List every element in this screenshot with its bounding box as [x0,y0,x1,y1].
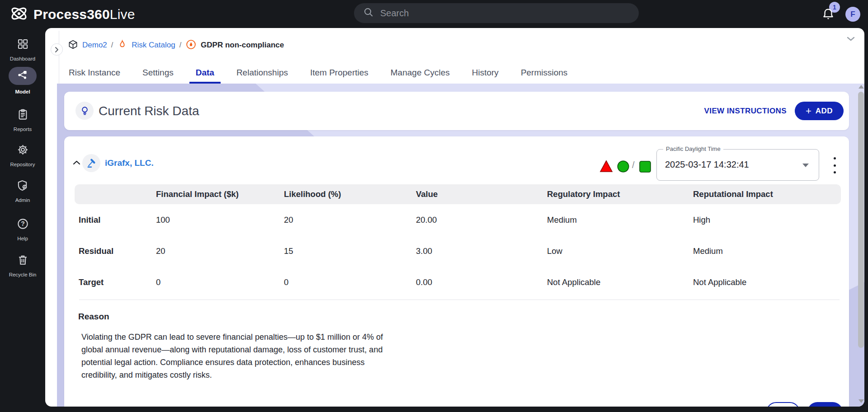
scrollbar-thumb[interactable] [858,92,864,348]
breadcrumb: Demo2 / Risk Catalog / GDPR non-complian… [68,38,284,52]
search-placeholder: Search [380,8,409,19]
primary-action-button[interactable] [807,402,843,407]
admin-shield-icon [17,179,29,193]
sidebar-item-dashboard[interactable]: Dashboard [0,38,45,61]
active-pill [9,67,37,85]
dashboard-icon [17,38,29,52]
main-panel: Demo2 / Risk Catalog / GDPR non-complian… [45,28,864,407]
table-row-target: Target 0 0 0.00 Not Applicable Not Appli… [75,267,841,298]
tab-bar: Risk Instance Settings Data Relationship… [62,63,574,84]
sidebar-item-recycle-bin[interactable]: Recycle Bin [0,254,45,277]
current-risk-data-header-card: Current Risk Data VIEW INSTRUCTIONS + AD… [64,92,849,130]
plus-icon: + [806,106,811,116]
tab-risk-instance[interactable]: Risk Instance [62,63,127,84]
breadcrumb-separator: / [179,41,181,49]
table-row-initial: Initial 100 20 20.00 Medium High [75,204,841,235]
recycle-bin-icon [17,254,29,268]
flame-circle-icon [185,39,197,52]
tab-data[interactable]: Data [189,63,221,84]
user-avatar[interactable]: F [845,7,860,22]
col-regulatory-impact: Regulatory Impact [547,189,693,199]
sidebar-nav: Dashboard Model Reports [0,28,45,412]
secondary-action-button[interactable] [766,402,800,407]
timezone-label: Pacific Daylight Time [663,145,723,152]
status-separator: / [632,160,635,170]
sidebar-item-help[interactable]: ? Help [0,218,45,241]
tab-permissions[interactable]: Permissions [514,63,574,84]
company-link[interactable]: iGrafx, LLC. [105,158,154,168]
status-triangle-red-icon [599,160,613,174]
tab-manage-cycles[interactable]: Manage Cycles [384,63,456,84]
more-options-button[interactable] [832,157,837,173]
risk-data-card: iGrafx, LLC. / Pacific Daylight Time 202… [64,136,849,407]
panel-divider [59,31,59,84]
model-icon [17,69,28,83]
repository-gear-icon [17,144,29,158]
scroll-up-arrow[interactable] [859,85,864,89]
tab-relationships[interactable]: Relationships [230,63,294,84]
scroll-down-arrow[interactable] [859,399,864,403]
reason-text: Violating the GDPR can lead to severe fi… [81,331,396,381]
sidebar-item-repository[interactable]: Repository [0,144,45,167]
status-circle-green-icon [617,160,630,175]
section-divider [79,300,840,300]
help-icon: ? [17,218,29,232]
lightbulb-icon [75,102,94,120]
search-icon [363,7,374,19]
col-reputational-impact: Reputational Impact [693,189,841,199]
collapse-section-icon[interactable] [72,159,81,167]
logo-text: Process360Live [33,7,135,22]
expand-panel-button[interactable] [51,43,63,56]
app-logo[interactable]: Process360Live [9,4,135,25]
timestamp-value: 2025-03-17 14:32:41 [665,159,749,170]
notifications-button[interactable]: 1 [817,1,844,26]
company-gavel-icon [82,154,100,172]
tab-item-properties[interactable]: Item Properties [304,63,375,84]
top-bar: Process360Live Search 1 F [0,0,868,28]
col-value: Value [416,189,547,199]
tab-history[interactable]: History [466,63,505,84]
select-caret-icon [802,164,809,167]
cube-icon [68,39,78,52]
search-input[interactable]: Search [354,3,639,23]
status-square-green-icon [639,160,651,175]
breadcrumb-separator: / [111,41,113,49]
table-row-residual: Residual 20 15 3.00 Low Medium [75,235,841,267]
sidebar-item-admin[interactable]: Admin [0,179,45,203]
reason-label: Reason [78,312,109,322]
timestamp-select[interactable]: Pacific Daylight Time 2025-03-17 14:32:4… [656,149,819,181]
bell-icon [821,7,835,23]
view-instructions-button[interactable]: VIEW INSTRUCTIONS [704,107,787,116]
breadcrumb-link-risk-catalog[interactable]: Risk Catalog [132,41,175,50]
breadcrumb-link-demo2[interactable]: Demo2 [82,41,107,50]
chevron-down-icon[interactable] [846,35,855,43]
flame-icon [117,39,127,52]
col-financial-impact: Financial Impact ($k) [156,189,284,199]
svg-text:?: ? [21,220,25,227]
table-header-row: Financial Impact ($k) Likelihood (%) Val… [75,184,841,204]
breadcrumb-current: GDPR non-compliance [201,41,284,50]
tab-settings[interactable]: Settings [136,63,180,84]
logo-atom-icon [9,4,29,25]
col-likelihood: Likelihood (%) [284,189,416,199]
sidebar-item-reports[interactable]: Reports [0,108,45,132]
add-button[interactable]: + ADD [795,102,844,120]
reports-icon [17,108,29,122]
page-title: Current Risk Data [99,104,199,118]
sidebar-item-model[interactable]: Model [0,67,45,94]
